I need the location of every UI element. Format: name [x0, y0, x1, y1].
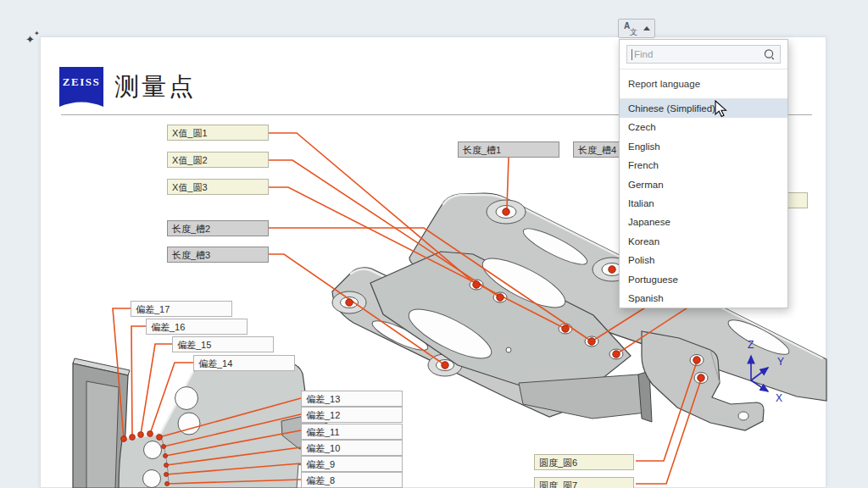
- search-row: [620, 40, 787, 69]
- language-options-list: Chinese (Simplified)CzechEnglishFrenchGe…: [620, 99, 787, 308]
- search-input-wrap[interactable]: [626, 45, 781, 64]
- language-option-english[interactable]: English: [620, 137, 787, 156]
- measurement-label[interactable]: 长度_槽1: [458, 141, 559, 158]
- measurement-label[interactable]: 偏差_11: [301, 424, 403, 440]
- chevron-up-icon: [643, 26, 650, 30]
- measurement-label[interactable]: 长度_槽2: [167, 220, 269, 236]
- language-option-spanish[interactable]: Spanish: [620, 289, 787, 308]
- measurement-label[interactable]: 偏差_15: [172, 336, 274, 352]
- language-option-polish[interactable]: Polish: [620, 251, 787, 269]
- measurement-label[interactable]: 圆度_圆6: [534, 454, 634, 470]
- measurement-label[interactable]: 偏差_14: [193, 355, 295, 371]
- language-option-italian[interactable]: Italian: [620, 194, 787, 213]
- measurement-label[interactable]: 偏差_8: [301, 472, 403, 488]
- measurement-label[interactable]: 偏差_17: [131, 301, 232, 317]
- translate-language-button[interactable]: A 文: [618, 19, 655, 38]
- language-option-portuguese[interactable]: Portuguese: [620, 270, 787, 289]
- language-option-german[interactable]: German: [620, 175, 787, 194]
- find-input[interactable]: [632, 49, 763, 59]
- measurement-label[interactable]: X值_圆3: [167, 179, 269, 195]
- measurement-label[interactable]: 偏差_10: [301, 440, 403, 456]
- language-option-french[interactable]: French: [620, 156, 787, 175]
- measurement-label[interactable]: 偏差_13: [301, 391, 403, 407]
- measurement-label[interactable]: 偏差_9: [301, 456, 403, 472]
- measurement-label[interactable]: 偏差_12: [301, 407, 403, 423]
- language-option-japanese[interactable]: Japanese: [620, 213, 787, 231]
- translate-icon: A 文: [624, 21, 638, 36]
- language-option-chinese-simplified[interactable]: Chinese (Simplified): [620, 99, 787, 118]
- search-icon: [763, 48, 776, 61]
- measurement-label[interactable]: 偏差_16: [146, 319, 248, 335]
- measurement-label[interactable]: X值_圆2: [167, 152, 269, 168]
- measurement-label[interactable]: X值_圆1: [167, 125, 269, 141]
- mouse-cursor: [715, 100, 728, 118]
- measurement-label[interactable]: 圆度_圆7: [534, 477, 634, 488]
- language-dropdown: Report language Chinese (Simplified)Czec…: [619, 39, 788, 308]
- language-option-czech[interactable]: Czech: [620, 118, 787, 136]
- menu-group-label: Report language: [620, 69, 787, 99]
- app-window: ✦ ✦ ZEISS 测量点: [0, 0, 868, 488]
- svg-text:文: 文: [630, 28, 637, 36]
- measurement-label[interactable]: 长度_槽3: [167, 247, 269, 263]
- language-option-korean[interactable]: Korean: [620, 232, 787, 251]
